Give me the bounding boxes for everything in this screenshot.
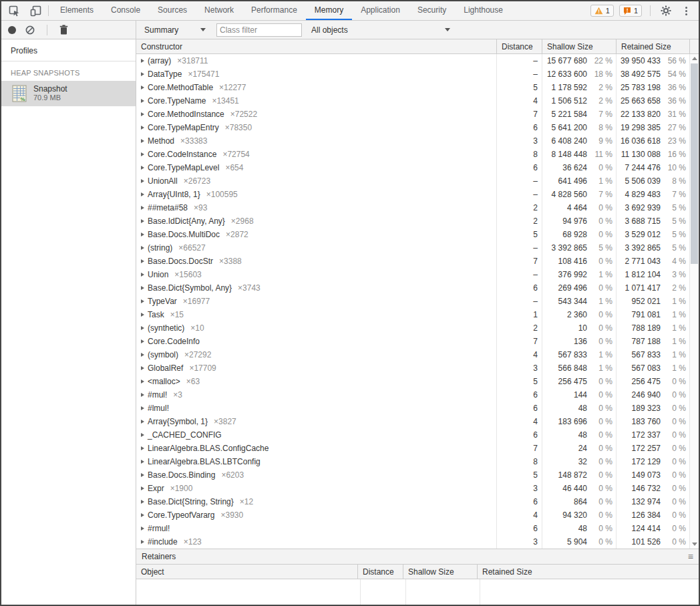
table-row[interactable]: Core.TypeName ×13451 4 1 506 512 2 % 25 … (136, 94, 690, 108)
tab-elements[interactable]: Elements (51, 1, 102, 20)
table-row[interactable]: #lmul! 6 48 0 % 189 323 0 % (136, 402, 690, 415)
expand-arrow-icon[interactable] (141, 380, 144, 384)
expand-arrow-icon[interactable] (141, 72, 144, 76)
expand-arrow-icon[interactable] (141, 366, 144, 370)
expand-arrow-icon[interactable] (141, 353, 144, 357)
table-row[interactable]: _CACHED_CONFIG 6 48 0 % 172 337 0 % (136, 428, 690, 442)
table-row[interactable]: Method ×33383 3 6 408 240 9 % 16 036 618… (136, 134, 690, 148)
table-row[interactable]: Base.Dict{String, String} ×12 6 864 0 % … (136, 495, 690, 508)
table-row[interactable]: (synthetic) ×10 2 10 0 % 788 189 1 % (136, 321, 690, 335)
expand-arrow-icon[interactable] (141, 286, 144, 290)
warnings-badge[interactable]: 1 (590, 5, 614, 17)
expand-arrow-icon[interactable] (141, 126, 144, 130)
vertical-scrollbar[interactable] (690, 54, 699, 549)
table-row[interactable]: Expr ×1900 3 46 440 0 % 146 732 0 % (136, 482, 690, 495)
tab-console[interactable]: Console (102, 1, 149, 20)
table-row[interactable]: #rmul! 6 48 0 % 124 414 0 % (136, 522, 690, 535)
expand-arrow-icon[interactable] (141, 273, 144, 277)
table-row[interactable]: Core.CodeInfo 7 136 0 % 787 188 1 % (136, 335, 690, 348)
expand-arrow-icon[interactable] (141, 406, 144, 410)
column-header-shallow-size[interactable]: Shallow Size (403, 565, 478, 579)
scrollbar-thumb[interactable] (691, 63, 698, 264)
table-row[interactable]: Base.Docs.DocStr ×3388 7 108 416 0 % 2 7… (136, 255, 690, 268)
expand-arrow-icon[interactable] (141, 152, 144, 156)
record-heap-snapshot-button[interactable] (8, 26, 16, 34)
expand-arrow-icon[interactable] (141, 473, 144, 477)
tab-lighthouse[interactable]: Lighthouse (455, 1, 512, 20)
tab-application[interactable]: Application (352, 1, 409, 20)
table-row[interactable]: Array{Symbol, 1} ×3827 4 183 696 0 % 183… (136, 415, 690, 428)
table-row[interactable]: Core.TypeMapEntry ×78350 6 5 641 200 8 %… (136, 121, 690, 134)
inspect-element-icon[interactable] (7, 3, 21, 18)
expand-arrow-icon[interactable] (141, 233, 144, 237)
table-row[interactable]: #include ×123 3 5 904 0 % 101 526 0 % (136, 535, 690, 549)
tab-network[interactable]: Network (196, 1, 242, 20)
scroll-up-icon[interactable] (690, 54, 699, 63)
expand-arrow-icon[interactable] (141, 179, 144, 183)
tab-performance[interactable]: Performance (242, 1, 306, 20)
objects-scope-select[interactable]: All objects (309, 25, 452, 35)
table-row[interactable]: Task ×15 1 2 360 0 % 791 081 1 % (136, 308, 690, 321)
table-row[interactable]: Core.MethodTable ×12277 5 1 178 592 2 % … (136, 81, 690, 94)
column-header-object[interactable]: Object (136, 565, 358, 579)
expand-arrow-icon[interactable] (141, 192, 144, 196)
column-header-retained-size[interactable]: Retained Size (478, 565, 699, 579)
table-row[interactable]: Base.Docs.Binding ×6203 5 148 872 0 % 14… (136, 468, 690, 482)
sidebar-item-snapshot[interactable]: % Snapshot 70.9 MB (1, 81, 136, 106)
issues-badge[interactable]: 1 (619, 5, 642, 17)
expand-arrow-icon[interactable] (141, 299, 144, 303)
device-toolbar-icon[interactable] (28, 3, 43, 18)
table-row[interactable]: (symbol) ×27292 4 567 833 1 % 567 833 1 … (136, 348, 690, 361)
table-row[interactable]: Core.TypeMapLevel ×654 6 36 624 0 % 7 24… (136, 161, 690, 174)
table-row[interactable]: <malloc> ×63 5 256 475 0 % 256 475 0 % (136, 375, 690, 388)
expand-arrow-icon[interactable] (141, 446, 144, 450)
expand-arrow-icon[interactable] (141, 339, 144, 343)
expand-arrow-icon[interactable] (141, 433, 144, 437)
expand-arrow-icon[interactable] (141, 313, 144, 317)
column-header-constructor[interactable]: Constructor (136, 39, 497, 53)
table-row[interactable]: Union ×15603 – 376 992 1 % 1 812 104 3 % (136, 268, 690, 281)
expand-arrow-icon[interactable] (141, 259, 144, 263)
expand-arrow-icon[interactable] (141, 99, 144, 103)
tab-memory[interactable]: Memory (306, 1, 352, 20)
table-row[interactable]: DataType ×175471 – 12 633 600 18 % 38 49… (136, 67, 690, 81)
column-header-shallow-size[interactable]: Shallow Size (542, 39, 617, 53)
settings-gear-icon[interactable] (659, 3, 673, 18)
expand-arrow-icon[interactable] (141, 540, 144, 544)
table-row[interactable]: Base.IdDict{Any, Any} ×2968 2 94 976 0 %… (136, 214, 690, 228)
table-row[interactable]: UnionAll ×26723 – 641 496 1 % 5 506 039 … (136, 174, 690, 188)
expand-arrow-icon[interactable] (141, 139, 144, 143)
table-row[interactable]: Core.CodeInstance ×72754 8 8 148 448 11 … (136, 148, 690, 161)
more-options-icon[interactable] (679, 3, 693, 18)
expand-arrow-icon[interactable] (141, 166, 144, 170)
column-header-retained-size[interactable]: Retained Size (617, 39, 690, 53)
table-row[interactable]: Core.MethodInstance ×72522 7 5 221 584 7… (136, 108, 690, 121)
expand-arrow-icon[interactable] (141, 219, 144, 223)
expand-arrow-icon[interactable] (141, 246, 144, 250)
delete-profile-icon[interactable] (59, 25, 68, 35)
retainers-menu-icon[interactable]: ≡ (688, 552, 693, 561)
table-row[interactable]: LinearAlgebra.BLAS.LBTConfig 8 32 0 % 17… (136, 455, 690, 468)
expand-arrow-icon[interactable] (141, 86, 144, 90)
table-row[interactable]: Core.TypeofVararg ×3930 4 94 320 0 % 126… (136, 508, 690, 522)
table-row[interactable]: LinearAlgebra.BLAS.ConfigCache 7 24 0 % … (136, 442, 690, 455)
expand-arrow-icon[interactable] (141, 112, 144, 116)
tab-security[interactable]: Security (409, 1, 455, 20)
table-row[interactable]: GlobalRef ×17709 3 566 848 1 % 567 083 1… (136, 361, 690, 375)
expand-arrow-icon[interactable] (141, 420, 144, 424)
expand-arrow-icon[interactable] (141, 486, 144, 490)
expand-arrow-icon[interactable] (141, 513, 144, 517)
perspective-select[interactable]: Summary (142, 25, 207, 35)
expand-arrow-icon[interactable] (141, 206, 144, 210)
column-header-distance[interactable]: Distance (497, 39, 542, 53)
table-row[interactable]: TypeVar ×16977 – 543 344 1 % 952 021 1 % (136, 295, 690, 308)
expand-arrow-icon[interactable] (141, 500, 144, 504)
expand-arrow-icon[interactable] (141, 326, 144, 330)
tab-sources[interactable]: Sources (149, 1, 196, 20)
expand-arrow-icon[interactable] (141, 460, 144, 464)
column-header-distance[interactable]: Distance (358, 565, 403, 579)
scroll-down-icon[interactable] (690, 540, 699, 549)
table-row[interactable]: Base.Dict{Symbol, Any} ×3743 6 269 496 0… (136, 281, 690, 295)
expand-arrow-icon[interactable] (141, 526, 144, 531)
expand-arrow-icon[interactable] (141, 393, 144, 397)
